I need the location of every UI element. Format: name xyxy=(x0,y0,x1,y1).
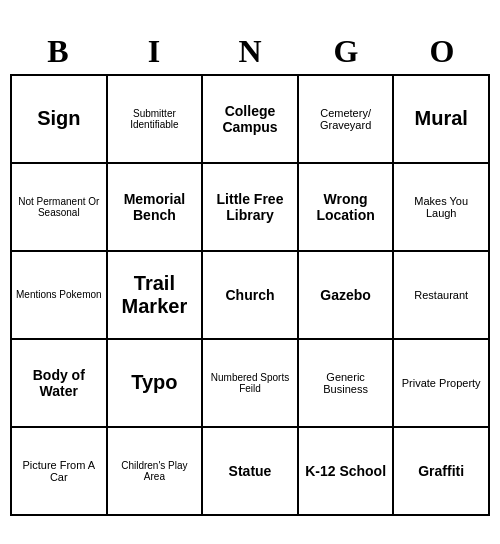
cell-text-23: K-12 School xyxy=(303,463,389,479)
cell-text-21: Children's Play Area xyxy=(112,460,198,482)
cell-text-7: Little Free Library xyxy=(207,191,293,223)
bingo-cell-14: Restaurant xyxy=(394,252,490,340)
cell-text-16: Typo xyxy=(112,371,198,394)
bingo-cell-15: Body of Water xyxy=(12,340,108,428)
cell-text-12: Church xyxy=(207,287,293,303)
cell-text-15: Body of Water xyxy=(16,367,102,399)
bingo-cell-4: Mural xyxy=(394,76,490,164)
cell-text-0: Sign xyxy=(16,107,102,130)
cell-text-13: Gazebo xyxy=(303,287,389,303)
bingo-header: BINGO xyxy=(10,29,490,74)
bingo-grid: SignSubmitter IdentifiableCollege Campus… xyxy=(10,74,490,516)
bingo-cell-7: Little Free Library xyxy=(203,164,299,252)
bingo-cell-20: Picture From A Car xyxy=(12,428,108,516)
bingo-cell-18: Generic Business xyxy=(299,340,395,428)
bingo-cell-3: Cemetery/ Graveyard xyxy=(299,76,395,164)
cell-text-2: College Campus xyxy=(207,103,293,135)
bingo-letter-b: B xyxy=(14,33,102,70)
cell-text-14: Restaurant xyxy=(398,289,484,301)
cell-text-6: Memorial Bench xyxy=(112,191,198,223)
cell-text-3: Cemetery/ Graveyard xyxy=(303,107,389,131)
bingo-letter-i: I xyxy=(110,33,198,70)
bingo-cell-5: Not Permanent Or Seasonal xyxy=(12,164,108,252)
cell-text-22: Statue xyxy=(207,463,293,479)
bingo-cell-23: K-12 School xyxy=(299,428,395,516)
cell-text-1: Submitter Identifiable xyxy=(112,108,198,130)
cell-text-5: Not Permanent Or Seasonal xyxy=(16,196,102,218)
cell-text-24: Graffiti xyxy=(398,463,484,479)
bingo-cell-16: Typo xyxy=(108,340,204,428)
bingo-cell-21: Children's Play Area xyxy=(108,428,204,516)
bingo-card: BINGO SignSubmitter IdentifiableCollege … xyxy=(10,29,490,516)
bingo-cell-17: Numbered Sports Feild xyxy=(203,340,299,428)
bingo-cell-8: Wrong Location xyxy=(299,164,395,252)
bingo-cell-1: Submitter Identifiable xyxy=(108,76,204,164)
bingo-letter-o: O xyxy=(398,33,486,70)
bingo-cell-22: Statue xyxy=(203,428,299,516)
bingo-cell-24: Graffiti xyxy=(394,428,490,516)
cell-text-10: Mentions Pokemon xyxy=(16,289,102,300)
bingo-letter-n: N xyxy=(206,33,294,70)
bingo-cell-19: Private Property xyxy=(394,340,490,428)
bingo-cell-2: College Campus xyxy=(203,76,299,164)
cell-text-19: Private Property xyxy=(398,377,484,389)
bingo-cell-10: Mentions Pokemon xyxy=(12,252,108,340)
bingo-cell-9: Makes You Laugh xyxy=(394,164,490,252)
cell-text-17: Numbered Sports Feild xyxy=(207,372,293,394)
cell-text-11: Trail Marker xyxy=(112,272,198,318)
bingo-cell-11: Trail Marker xyxy=(108,252,204,340)
cell-text-20: Picture From A Car xyxy=(16,459,102,483)
bingo-cell-13: Gazebo xyxy=(299,252,395,340)
bingo-cell-0: Sign xyxy=(12,76,108,164)
cell-text-9: Makes You Laugh xyxy=(398,195,484,219)
cell-text-8: Wrong Location xyxy=(303,191,389,223)
bingo-cell-6: Memorial Bench xyxy=(108,164,204,252)
bingo-cell-12: Church xyxy=(203,252,299,340)
cell-text-4: Mural xyxy=(398,107,484,130)
bingo-letter-g: G xyxy=(302,33,390,70)
cell-text-18: Generic Business xyxy=(303,371,389,395)
